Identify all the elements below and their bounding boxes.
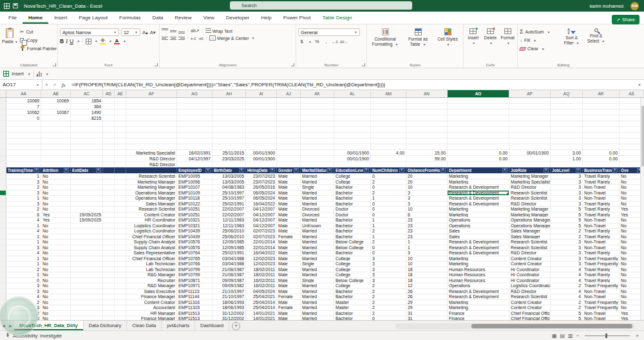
cell[interactable]: 3: [6, 202, 41, 207]
cell[interactable]: Operations: [448, 218, 509, 223]
row-header[interactable]: [0, 180, 6, 185]
cell[interactable]: 25/02/1991: [213, 202, 246, 207]
cell[interactable]: Hr Coordinator: [509, 272, 551, 278]
cell[interactable]: [71, 305, 103, 310]
cell[interactable]: [213, 115, 246, 120]
table-header-JobRole[interactable]: JobRole▼: [509, 167, 551, 173]
cell[interactable]: [301, 133, 334, 138]
chart-icon[interactable]: [37, 71, 42, 77]
cell[interactable]: 12: [406, 283, 448, 288]
cell[interactable]: 23/07/2023: [246, 180, 277, 185]
cell[interactable]: 00/01/1900: [509, 150, 551, 155]
row-header[interactable]: [0, 272, 6, 278]
cell[interactable]: 12/02/2023: [246, 261, 277, 267]
cell[interactable]: Divorced: [301, 212, 334, 218]
cell[interactable]: Travel Rarely: [583, 207, 620, 212]
cell[interactable]: [277, 115, 301, 120]
cell[interactable]: [115, 162, 126, 167]
cell[interactable]: [246, 162, 277, 167]
cell[interactable]: 04/05/2024: [246, 289, 277, 294]
cell[interactable]: No: [41, 196, 71, 201]
cell[interactable]: 4: [551, 272, 583, 278]
cell[interactable]: Hr Coordinator: [509, 267, 551, 272]
cell[interactable]: 2: [6, 300, 41, 305]
cell[interactable]: Male: [277, 218, 301, 223]
cell[interactable]: [406, 121, 448, 126]
cell[interactable]: Male: [277, 174, 301, 179]
cell[interactable]: 04/12/2007: [246, 212, 277, 218]
cell[interactable]: [448, 115, 509, 120]
cell[interactable]: 2: [6, 311, 41, 316]
cell[interactable]: EMP10439: [177, 234, 213, 240]
cell[interactable]: 18: [406, 267, 448, 272]
cell[interactable]: [71, 229, 103, 234]
cell[interactable]: 2: [371, 229, 406, 234]
row-header[interactable]: [0, 144, 6, 149]
cell[interactable]: Marketing Manager: [509, 174, 551, 179]
cell[interactable]: Content Creator: [126, 212, 177, 218]
cell[interactable]: Research Scientist: [509, 294, 551, 299]
cell[interactable]: Chief Financial Officer: [126, 234, 177, 240]
insert-function-icon[interactable]: fx: [59, 82, 68, 88]
tab-scroll-right-icon[interactable]: ▶: [7, 321, 14, 330]
column-header-AG[interactable]: AG: [177, 90, 213, 97]
cell[interactable]: [551, 127, 583, 132]
cell[interactable]: [371, 138, 406, 144]
cell[interactable]: [71, 133, 103, 138]
share-button[interactable]: ↗ Share: [612, 15, 639, 24]
cell[interactable]: Non-Travel: [583, 218, 620, 223]
cell[interactable]: [371, 98, 406, 103]
cell[interactable]: 18: [406, 272, 448, 278]
cell[interactable]: Marketing Specialist: [509, 180, 551, 185]
cell[interactable]: Married: [301, 294, 334, 299]
cell[interactable]: [103, 289, 115, 294]
table-header-Attrition[interactable]: Attrition▼: [41, 167, 71, 173]
cell[interactable]: [277, 133, 301, 138]
cell[interactable]: Finance Manager: [126, 294, 177, 299]
cell[interactable]: Content Creator: [509, 300, 551, 305]
cell[interactable]: [41, 121, 71, 126]
cell[interactable]: 21/10/1997: [213, 289, 246, 294]
cell[interactable]: Recruiter: [126, 278, 177, 283]
align-middle-icon[interactable]: [170, 28, 176, 33]
cell[interactable]: [71, 191, 103, 196]
cell[interactable]: Logistics Coordinator: [509, 283, 551, 288]
column-header-AO[interactable]: AO: [448, 90, 509, 97]
cell[interactable]: College: [334, 256, 371, 261]
cell[interactable]: [6, 138, 41, 144]
row-header[interactable]: [0, 212, 6, 218]
cell[interactable]: No: [41, 202, 71, 207]
cell[interactable]: EMP11123: [177, 289, 213, 294]
cell[interactable]: [448, 138, 509, 144]
cell[interactable]: [71, 294, 103, 299]
row-header[interactable]: [0, 104, 6, 109]
cell[interactable]: 3: [6, 289, 41, 294]
column-header-AP[interactable]: AP: [509, 90, 551, 97]
cell[interactable]: 6: [406, 212, 448, 218]
cell[interactable]: 364: [71, 104, 103, 109]
cell[interactable]: 2: [371, 191, 406, 196]
cell[interactable]: 1: [6, 196, 41, 201]
cell[interactable]: 3: [551, 256, 583, 261]
cell[interactable]: Male: [277, 245, 301, 250]
zoom-slider-thumb[interactable]: [605, 334, 607, 338]
cell[interactable]: 23: [406, 223, 448, 229]
cell[interactable]: EMP10765: [177, 256, 213, 261]
cell[interactable]: 25/02/1991: [213, 250, 246, 256]
dialog-launcher-icon[interactable]: [155, 63, 158, 66]
ribbon-tab-home[interactable]: Home: [23, 12, 48, 24]
cell[interactable]: No: [41, 207, 71, 212]
cell[interactable]: [177, 104, 213, 109]
cell[interactable]: 04/12/2007: [246, 207, 277, 212]
cell[interactable]: [6, 127, 41, 132]
cell[interactable]: Logistics Coordinator: [126, 223, 177, 229]
cell[interactable]: [103, 191, 115, 196]
ribbon-tab-page-layout[interactable]: Page Layout: [73, 12, 113, 24]
cell[interactable]: Research Scientist: [509, 240, 551, 245]
cell[interactable]: Travel Frequently: [583, 256, 620, 261]
cell[interactable]: [246, 144, 277, 149]
cell[interactable]: Non-Travel: [583, 294, 620, 299]
cell[interactable]: [115, 234, 126, 240]
cell[interactable]: 5: [551, 223, 583, 229]
table-header-Department[interactable]: Department▼: [448, 167, 509, 173]
